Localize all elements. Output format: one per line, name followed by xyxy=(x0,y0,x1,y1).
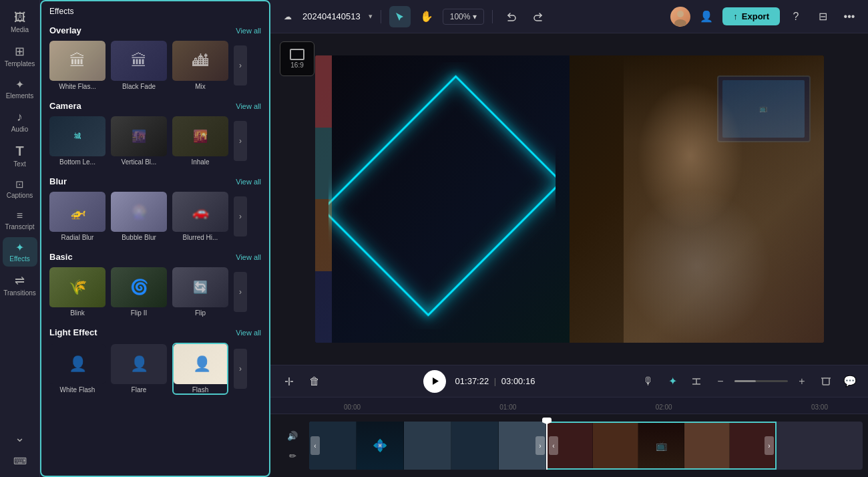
export-button[interactable]: ↑ Export xyxy=(722,7,780,25)
camera-items-row: 城 Bottom Le... 🌆 Vertical Bl... 🌇 Inhale… xyxy=(49,116,261,166)
expand-icon: ⌄ xyxy=(15,430,25,445)
magic-button[interactable]: ✦ xyxy=(662,371,682,391)
sidebar-item-keyboard[interactable]: ⌨ xyxy=(3,452,37,470)
user-menu-button[interactable]: 👤 xyxy=(696,6,717,27)
basic-view-all[interactable]: View all xyxy=(236,253,261,261)
overlay-item-black-fade[interactable]: 🏛 Black Fade xyxy=(111,41,167,90)
camera-thumb-2: 🌆 xyxy=(111,116,167,156)
undo-icon xyxy=(506,11,517,22)
light-effect-next-arrow[interactable]: › xyxy=(234,349,247,389)
clip-1-right-handle[interactable]: › xyxy=(535,436,545,455)
blur-view-all[interactable]: View all xyxy=(236,178,261,186)
sidebar-item-transcript[interactable]: ≡ Transcript xyxy=(3,206,37,234)
sidebar-item-transitions[interactable]: ⇌ Transitions xyxy=(3,269,37,301)
sidebar-item-elements[interactable]: ✦ Elements xyxy=(3,74,37,104)
current-time: 01:37:22 | 03:00:16 xyxy=(455,376,535,386)
overlay-next-arrow[interactable]: › xyxy=(234,45,247,86)
edit-track-button[interactable]: ✏ xyxy=(284,447,301,464)
neon-diamond-svg xyxy=(329,62,556,329)
help-button[interactable]: ? xyxy=(785,6,807,27)
sidebar-item-captions[interactable]: ⊡ Captions xyxy=(3,174,37,203)
clip-1[interactable]: 💠 ‹ › xyxy=(309,422,546,470)
overlay-title: Overlay xyxy=(49,25,81,35)
more-button[interactable]: ••• xyxy=(839,6,860,27)
preview-area: 16:9 xyxy=(270,33,868,365)
blur-next-arrow[interactable]: › xyxy=(234,196,247,236)
sidebar-item-templates[interactable]: ⊞ Templates xyxy=(3,40,37,71)
overlay-thumb-1: 🏛 xyxy=(49,41,105,81)
clip-2-thumbstrip: 📺 xyxy=(548,423,775,468)
basic-item-flip-ii[interactable]: 🌀 Flip II xyxy=(111,267,167,317)
zoom-in-button[interactable]: + xyxy=(792,371,812,391)
camera-section: Camera View all 城 Bottom Le... 🌆 Vertica… xyxy=(41,94,269,170)
camera-item-vertical-bl[interactable]: 🌆 Vertical Bl... xyxy=(111,116,167,166)
comment-button[interactable]: 💬 xyxy=(840,371,860,391)
camera-section-header: Camera View all xyxy=(49,101,261,111)
blur-section: Blur View all 🚁 Radial Blur 🎡 Bubble Blu… xyxy=(41,170,269,245)
light-item-white-flash[interactable]: 👤 White Flash xyxy=(49,344,105,393)
user-add-icon: 👤 xyxy=(700,10,713,23)
overlay-view-all[interactable]: View all xyxy=(236,27,261,35)
sidebar-item-media[interactable]: 🖼 Media xyxy=(3,7,37,37)
overlay-label-1: White Flas... xyxy=(49,83,105,90)
camera-next-arrow[interactable]: › xyxy=(234,121,247,161)
light-effect-view-all[interactable]: View all xyxy=(236,329,261,337)
sidebar-item-effects[interactable]: ✦ Effects xyxy=(3,237,37,267)
cloud-button[interactable]: ☁ xyxy=(278,9,297,24)
timeline-track[interactable]: 💠 ‹ › xyxy=(309,422,863,470)
sidebar-item-expand[interactable]: ⌄ xyxy=(3,426,37,449)
zoom-level-button[interactable]: 100% ▾ xyxy=(443,9,485,25)
zoom-slider[interactable] xyxy=(734,380,788,382)
redo-button[interactable] xyxy=(527,6,549,27)
microphone-button[interactable]: 🎙 xyxy=(638,371,658,391)
camera-item-bottom-le[interactable]: 城 Bottom Le... xyxy=(49,116,105,166)
basic-item-flip[interactable]: 🔄 Flip xyxy=(172,267,228,317)
blur-item-blurred[interactable]: 🚗 Blurred Hi... xyxy=(172,192,228,241)
play-button[interactable] xyxy=(423,370,446,393)
overlay-item-mix[interactable]: 🏙 Mix xyxy=(172,41,228,90)
clip-2-right-handle[interactable]: › xyxy=(765,436,774,455)
basic-next-arrow[interactable]: › xyxy=(234,272,247,312)
light-item-flash[interactable]: 👤 Flash xyxy=(172,343,228,395)
basic-item-blink[interactable]: 🌾 Blink xyxy=(49,267,105,317)
time-separator: | xyxy=(494,376,499,386)
sidebar-label-elements: Elements xyxy=(6,92,34,100)
volume-button[interactable]: 🔊 xyxy=(284,427,301,444)
select-tool-button[interactable] xyxy=(389,6,411,27)
frame-4 xyxy=(451,422,499,470)
camera-view-all[interactable]: View all xyxy=(236,102,261,110)
hand-tool-button[interactable]: ✋ xyxy=(416,6,437,27)
time-current-value: 01:37:22 xyxy=(455,376,489,386)
sidebar-item-audio[interactable]: ♪ Audio xyxy=(3,106,37,137)
split-button[interactable] xyxy=(278,371,300,392)
export-icon: ↑ xyxy=(733,11,738,21)
basic-thumb-1: 🌾 xyxy=(49,267,105,307)
delete-button[interactable]: 🗑 xyxy=(304,371,325,392)
clip-2-left-handle[interactable]: ‹ xyxy=(549,436,558,455)
basic-title: Basic xyxy=(49,252,73,262)
blur-item-bubble[interactable]: 🎡 Bubble Blur xyxy=(111,192,167,241)
sidebar-item-text[interactable]: T Text xyxy=(3,140,37,172)
overlay-item-white-flash[interactable]: 🏛 White Flas... xyxy=(49,41,105,90)
effects-panel: Effects Overlay View all 🏛 White Flas...… xyxy=(40,0,270,477)
camera-item-inhale[interactable]: 🌇 Inhale xyxy=(172,116,228,166)
clip-2-selected[interactable]: 📺 ‹ › xyxy=(546,422,777,470)
fit-button[interactable] xyxy=(816,371,836,391)
split-track-button[interactable] xyxy=(686,371,706,391)
playhead[interactable] xyxy=(546,422,548,470)
overlay-thumb-3: 🏙 xyxy=(172,41,228,81)
aspect-ratio-badge[interactable]: 16:9 xyxy=(280,41,314,76)
white-flash-overlay xyxy=(49,41,105,81)
clip-1-left-handle[interactable]: ‹ xyxy=(310,436,320,455)
undo-button[interactable] xyxy=(501,6,522,27)
layout-button[interactable]: ⊟ xyxy=(812,6,833,27)
zoom-out-button[interactable]: − xyxy=(710,371,730,391)
project-dropdown-arrow[interactable]: ▾ xyxy=(369,12,373,21)
light-item-flare[interactable]: 👤 Flare xyxy=(111,344,167,393)
blur-item-radial[interactable]: 🚁 Radial Blur xyxy=(49,192,105,241)
blur-thumb-2: 🎡 xyxy=(111,192,167,232)
top-toolbar: ☁ 202404140513 ▾ ✋ 100% ▾ xyxy=(270,0,868,33)
overlay-items-row: 🏛 White Flas... 🏛 Black Fade 🏙 Mix › xyxy=(49,41,261,90)
overlay-label-2: Black Fade xyxy=(111,83,167,90)
zoom-out-icon: − xyxy=(717,375,723,387)
